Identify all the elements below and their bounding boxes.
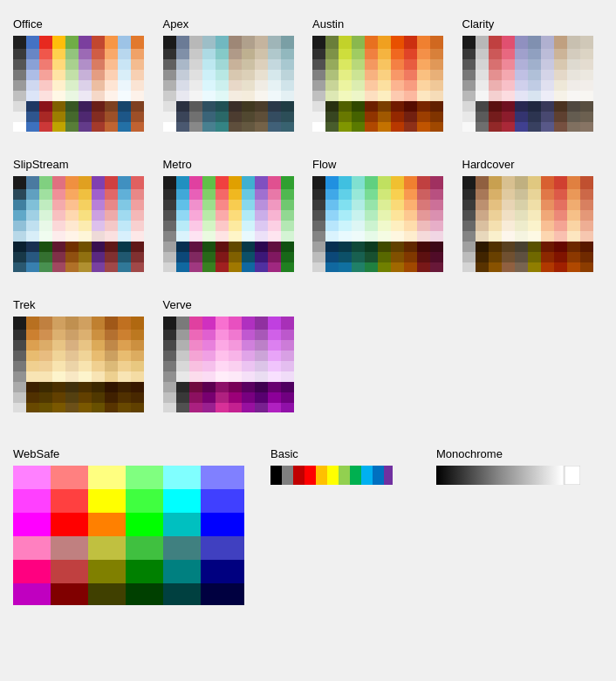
svg-rect-406	[92, 221, 105, 231]
svg-rect-229	[430, 80, 443, 91]
palette-flow-label: Flow	[312, 158, 454, 171]
svg-rect-223	[352, 80, 365, 91]
svg-rect-770	[13, 371, 26, 382]
svg-rect-798	[118, 392, 131, 403]
palette-metro[interactable]: Metro	[159, 149, 309, 289]
palette-trek-swatch[interactable]	[13, 317, 144, 412]
palette-clarity-swatch[interactable]	[462, 36, 593, 132]
svg-rect-946	[384, 466, 393, 485]
palette-basic[interactable]: Basic	[266, 439, 397, 505]
svg-rect-172	[189, 122, 202, 132]
svg-rect-594	[365, 231, 378, 242]
svg-rect-272	[489, 36, 502, 49]
svg-rect-698	[567, 242, 580, 252]
palette-austin[interactable]: Austin	[308, 9, 458, 149]
svg-rect-910	[51, 560, 88, 583]
svg-rect-526	[242, 252, 255, 262]
svg-rect-282	[489, 49, 502, 59]
svg-rect-776	[92, 371, 105, 382]
svg-rect-851	[176, 361, 189, 371]
palette-office-swatch[interactable]	[13, 36, 144, 132]
svg-rect-66	[92, 101, 105, 112]
svg-rect-103	[202, 49, 216, 59]
palette-hardcover-swatch[interactable]	[462, 176, 593, 272]
svg-rect-34	[65, 70, 79, 80]
svg-rect-77	[105, 112, 118, 122]
palette-flow[interactable]: Flow	[308, 149, 458, 289]
svg-rect-587	[404, 221, 417, 231]
svg-rect-881	[176, 392, 189, 403]
svg-rect-642	[489, 189, 502, 200]
svg-rect-658	[567, 200, 580, 210]
svg-rect-21	[26, 59, 39, 70]
palette-flow-swatch[interactable]	[312, 176, 443, 272]
svg-rect-386	[92, 200, 105, 210]
svg-rect-775	[79, 371, 92, 382]
palette-verve[interactable]: Verve	[159, 289, 309, 430]
svg-rect-846	[242, 351, 255, 361]
svg-rect-603	[352, 242, 365, 252]
svg-rect-745	[79, 340, 92, 351]
svg-rect-649	[580, 189, 593, 200]
palette-monochrome[interactable]: Monochrome	[432, 439, 585, 505]
svg-rect-877	[255, 382, 268, 392]
svg-rect-419	[131, 231, 144, 242]
svg-rect-100	[163, 49, 176, 59]
svg-rect-314	[515, 80, 528, 91]
palette-websafe[interactable]: WebSafe	[9, 439, 249, 625]
svg-rect-291	[476, 59, 489, 70]
palette-basic-swatch[interactable]	[270, 466, 393, 485]
palette-office[interactable]: Office	[9, 9, 159, 149]
svg-rect-615	[378, 252, 391, 262]
svg-rect-345	[528, 112, 541, 122]
svg-rect-24	[65, 59, 79, 70]
svg-rect-882	[189, 392, 202, 403]
svg-rect-449	[131, 262, 144, 272]
svg-rect-206	[391, 59, 404, 70]
svg-rect-55	[79, 91, 92, 101]
palette-austin-swatch[interactable]	[312, 36, 443, 132]
svg-rect-632	[489, 176, 502, 189]
svg-rect-365	[79, 176, 92, 189]
svg-rect-267	[404, 122, 417, 132]
palette-websafe-swatch[interactable]	[13, 466, 244, 605]
svg-rect-911	[51, 583, 88, 605]
svg-rect-274	[515, 36, 528, 49]
palette-monochrome-swatch[interactable]	[436, 466, 580, 485]
svg-rect-407	[105, 221, 118, 231]
svg-rect-9	[131, 36, 144, 49]
svg-rect-852	[189, 361, 202, 371]
svg-rect-51	[26, 91, 39, 101]
svg-rect-944	[361, 466, 373, 485]
svg-rect-370	[13, 189, 26, 200]
svg-rect-838	[268, 340, 281, 351]
svg-rect-257	[404, 112, 417, 122]
palette-verve-swatch[interactable]	[163, 317, 294, 412]
svg-rect-390	[13, 210, 26, 221]
palette-hardcover[interactable]: Hardcover	[458, 149, 608, 289]
svg-rect-787	[105, 382, 118, 392]
svg-rect-437	[105, 252, 118, 262]
palette-metro-swatch[interactable]	[163, 176, 294, 272]
svg-rect-861	[176, 371, 189, 382]
svg-rect-636	[541, 176, 554, 189]
svg-rect-716	[541, 262, 554, 272]
svg-rect-563	[352, 200, 365, 210]
palette-clarity[interactable]: Clarity	[458, 9, 608, 149]
svg-rect-361	[26, 176, 39, 189]
svg-rect-398	[118, 210, 131, 221]
svg-rect-157	[255, 101, 268, 112]
palette-slipstream-swatch[interactable]	[13, 176, 144, 272]
svg-rect-235	[378, 91, 391, 101]
palette-slipstream[interactable]: SlipStream	[9, 149, 159, 289]
palette-websafe-label: WebSafe	[13, 447, 244, 460]
svg-rect-308	[567, 70, 580, 80]
svg-rect-31	[26, 70, 39, 80]
svg-rect-597	[404, 231, 417, 242]
svg-rect-177	[255, 122, 268, 132]
palette-apex-swatch[interactable]	[163, 36, 294, 132]
palette-apex[interactable]: Apex	[159, 9, 309, 149]
svg-rect-531	[176, 262, 189, 272]
svg-rect-130	[163, 80, 176, 91]
palette-trek[interactable]: Trek	[9, 289, 159, 430]
